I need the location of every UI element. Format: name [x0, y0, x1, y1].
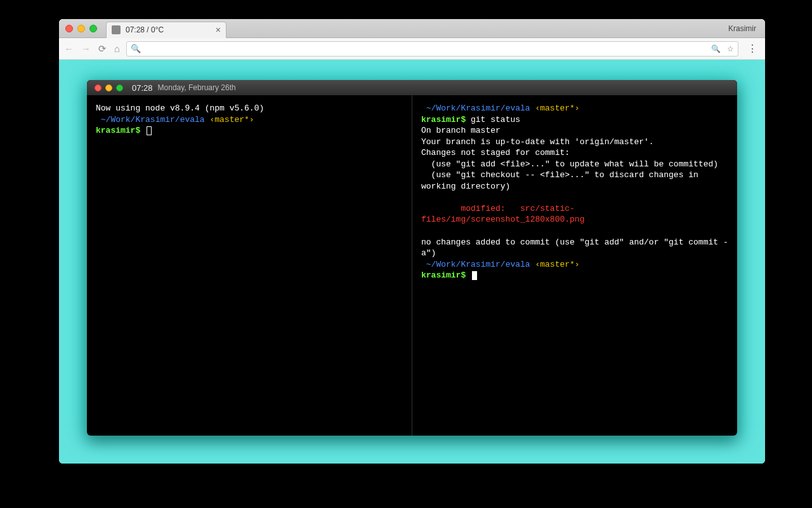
- term-line: (use "git add <file>..." to update what …: [421, 159, 718, 169]
- term-branch: ‹master*›: [209, 115, 254, 124]
- zoom-icon[interactable]: 🔍: [711, 44, 721, 53]
- bookmark-star-icon[interactable]: ☆: [727, 44, 734, 53]
- terminal-clock-time: 07:28: [132, 83, 153, 93]
- term-line: On branch master: [421, 126, 501, 135]
- browser-traffic-lights: [65, 25, 97, 32]
- term-line: Changes not staged for commit:: [421, 148, 570, 157]
- term-branch: ‹master*›: [535, 104, 579, 113]
- tab-favicon-icon: [112, 25, 121, 34]
- term-minimize-icon[interactable]: [105, 84, 112, 91]
- term-line: Now using node v8.9.4 (npm v5.6.0): [96, 104, 264, 113]
- browser-tabbar: 07:28 / 0°C × Krasimir: [59, 19, 765, 38]
- omnibox[interactable]: 🔍 🔍 ☆: [126, 41, 738, 57]
- forward-icon[interactable]: →: [81, 43, 91, 55]
- reload-icon[interactable]: ⟳: [98, 43, 107, 55]
- term-line: Your branch is up-to-date with 'origin/m…: [421, 137, 654, 147]
- nav-icons: ← → ⟳ ⌂: [64, 43, 120, 55]
- term-prompt: krasimir$: [421, 271, 466, 280]
- browser-menu-icon[interactable]: ⋮: [745, 43, 760, 55]
- term-prompt: krasimir$: [421, 115, 466, 124]
- browser-toolbar: ← → ⟳ ⌂ 🔍 🔍 ☆ ⋮: [59, 38, 765, 60]
- term-close-icon[interactable]: [95, 84, 102, 91]
- cursor-icon: [147, 126, 152, 135]
- terminal-clock-date: Monday, February 26th: [158, 83, 236, 92]
- terminal-window: 07:28 Monday, February 26th Now using no…: [87, 80, 737, 436]
- terminal-titlebar: 07:28 Monday, February 26th: [87, 80, 737, 95]
- term-prompt: krasimir$: [96, 126, 140, 135]
- terminal-body: Now using node v8.9.4 (npm v5.6.0) ~/Wor…: [87, 95, 737, 436]
- window-minimize-icon[interactable]: [77, 25, 85, 32]
- back-icon[interactable]: ←: [64, 43, 74, 55]
- page-content: 07:28 Monday, February 26th Now using no…: [59, 60, 765, 464]
- tab-close-icon[interactable]: ×: [216, 25, 221, 35]
- cursor-icon: [472, 271, 477, 280]
- term-path: ~/Work/Krasimir/evala: [96, 115, 209, 124]
- home-icon[interactable]: ⌂: [114, 43, 120, 55]
- term-path: ~/Work/Krasimir/evala: [421, 104, 535, 113]
- term-modified-line: modified: src/static-files/img/screensho…: [421, 204, 584, 225]
- term-line: no changes added to commit (use "git add…: [421, 237, 728, 258]
- term-path: ~/Work/Krasimir/evala: [421, 260, 535, 269]
- profile-name[interactable]: Krasimir: [728, 24, 760, 33]
- term-cmd: git status: [466, 115, 520, 124]
- term-line: (use "git checkout -- <file>..." to disc…: [421, 170, 704, 191]
- window-close-icon[interactable]: [65, 25, 73, 32]
- terminal-pane-right[interactable]: ~/Work/Krasimir/evala ‹master*› krasimir…: [412, 95, 737, 436]
- browser-tab[interactable]: 07:28 / 0°C ×: [106, 22, 226, 38]
- term-branch: ‹master*›: [535, 260, 579, 269]
- term-zoom-icon[interactable]: [116, 84, 123, 91]
- window-zoom-icon[interactable]: [89, 25, 97, 32]
- terminal-pane-left[interactable]: Now using node v8.9.4 (npm v5.6.0) ~/Wor…: [87, 95, 412, 436]
- search-icon: 🔍: [131, 44, 141, 53]
- tab-title: 07:28 / 0°C: [126, 25, 164, 34]
- browser-window: 07:28 / 0°C × Krasimir ← → ⟳ ⌂ 🔍 🔍 ☆ ⋮: [59, 19, 765, 464]
- terminal-traffic-lights: [95, 84, 123, 91]
